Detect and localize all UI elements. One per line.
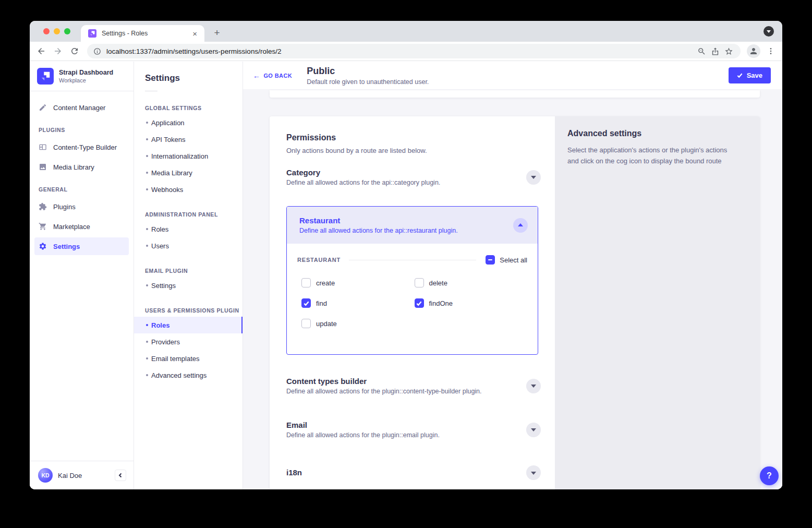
- url-text[interactable]: localhost:1337/admin/settings/users-perm…: [106, 47, 695, 55]
- accordion-i18n[interactable]: i18n: [286, 464, 538, 480]
- subnav-section-users-permissions-plugin: USERS & PERMISSIONS PLUGIN: [145, 307, 243, 314]
- back-button[interactable]: [35, 45, 47, 57]
- page-subtitle: Default role given to unauthenticated us…: [307, 78, 429, 86]
- update-checkbox[interactable]: [301, 319, 311, 328]
- save-button[interactable]: Save: [729, 67, 771, 83]
- chevron-left-icon: [118, 473, 123, 478]
- permission-find[interactable]: find: [301, 298, 415, 308]
- select-all-control[interactable]: Select all: [486, 255, 527, 265]
- page-info-icon[interactable]: [93, 47, 101, 55]
- accordion-email[interactable]: Email Define all allowed actions for the…: [286, 421, 538, 439]
- sidebar-item-content-manager[interactable]: Content Manager: [34, 99, 129, 116]
- subnav-section-email-plugin: EMAIL PLUGIN: [145, 268, 243, 274]
- sidebar-section-general: GENERAL: [39, 186, 129, 193]
- permission-create[interactable]: create: [301, 278, 415, 287]
- settings-nav-item-advanced-settings[interactable]: Advanced settings: [134, 367, 243, 383]
- strapi-logo-icon: [37, 68, 54, 85]
- accordion-restaurant-expanded: Restaurant Define all allowed actions fo…: [286, 206, 538, 355]
- reload-button[interactable]: [68, 45, 81, 57]
- create-checkbox[interactable]: [301, 278, 311, 287]
- close-window-button[interactable]: [43, 28, 50, 34]
- advanced-settings-description: Select the application's actions or the …: [567, 145, 740, 167]
- sidebar-item-media-library[interactable]: Media Library: [34, 158, 129, 176]
- settings-nav-item-admin-users[interactable]: Users: [134, 237, 243, 254]
- check-icon: [737, 73, 743, 78]
- tab-search-button[interactable]: [763, 26, 774, 37]
- collapse-sidebar-button[interactable]: [115, 470, 126, 481]
- accordion-category[interactable]: Category Define all allowed actions for …: [286, 168, 538, 186]
- subnav-section-administration-panel: ADMINISTRATION PANEL: [145, 211, 243, 218]
- browser-menu-icon[interactable]: [765, 45, 777, 57]
- forward-button[interactable]: [52, 45, 64, 57]
- settings-nav-item-up-roles[interactable]: Roles: [134, 317, 243, 333]
- divider: [145, 91, 157, 91]
- browser-window: Settings - Roles × + localhost:1337/admi…: [30, 21, 782, 489]
- chevron-down-icon: [531, 472, 536, 477]
- settings-nav-item-webhooks[interactable]: Webhooks: [134, 181, 243, 198]
- avatar[interactable]: KD: [38, 468, 53, 483]
- expand-category-button[interactable]: [526, 170, 541, 185]
- settings-nav-item-email-settings[interactable]: Settings: [134, 277, 243, 294]
- settings-nav-item-email-templates[interactable]: Email templates: [134, 350, 243, 367]
- sidebar-item-plugins[interactable]: Plugins: [34, 198, 129, 215]
- window-controls[interactable]: [43, 28, 70, 34]
- findone-checkbox[interactable]: [415, 298, 424, 308]
- page-title: Public: [307, 66, 429, 77]
- permissions-panel: Permissions Only actions bound by a rout…: [270, 116, 555, 489]
- delete-checkbox[interactable]: [415, 278, 424, 287]
- browser-toolbar: localhost:1337/admin/settings/users-perm…: [30, 42, 782, 61]
- expand-email-button[interactable]: [526, 423, 541, 437]
- expand-i18n-button[interactable]: [526, 465, 541, 480]
- user-menu: KD Kai Doe: [30, 461, 134, 489]
- settings-nav-item-internationalization[interactable]: Internationalization: [134, 148, 243, 164]
- find-checkbox[interactable]: [301, 298, 311, 308]
- settings-nav-item-media-library[interactable]: Media Library: [134, 164, 243, 181]
- sidebar-item-settings[interactable]: Settings: [34, 237, 129, 255]
- help-button[interactable]: ?: [760, 466, 779, 485]
- workspace-switcher[interactable]: Strapi Dashboard Workplace: [30, 62, 134, 91]
- settings-nav-item-application[interactable]: Application: [134, 114, 243, 131]
- strapi-app: Strapi Dashboard Workplace Content Manag…: [30, 62, 782, 489]
- sidebar-item-content-type-builder[interactable]: Content-Type Builder: [34, 138, 129, 156]
- tab-close-icon[interactable]: ×: [190, 29, 199, 38]
- minimize-window-button[interactable]: [54, 28, 60, 34]
- subnav-section-global-settings: GLOBAL SETTINGS: [145, 105, 243, 111]
- go-back-link[interactable]: ← GO BACK: [253, 71, 292, 80]
- accordion-restaurant-header[interactable]: Restaurant Define all allowed actions fo…: [287, 207, 538, 244]
- browser-tab[interactable]: Settings - Roles ×: [81, 25, 204, 42]
- main-sidebar: Strapi Dashboard Workplace Content Manag…: [30, 62, 134, 489]
- picture-icon: [39, 163, 47, 171]
- page-header: ← GO BACK Public Default role given to u…: [243, 62, 782, 89]
- permissions-title: Permissions: [286, 133, 538, 142]
- settings-subnav: Settings GLOBAL SETTINGS Application API…: [134, 62, 243, 489]
- user-name: Kai Doe: [58, 472, 115, 479]
- permission-update[interactable]: update: [301, 319, 415, 328]
- chevron-down-icon: [531, 385, 536, 390]
- advanced-settings-panel: Advanced settings Select the application…: [555, 116, 760, 489]
- page-content: ← GO BACK Public Default role given to u…: [243, 62, 782, 489]
- back-arrow-icon: ←: [253, 71, 260, 80]
- zoom-window-button[interactable]: [64, 28, 70, 34]
- sidebar-section-plugins: PLUGINS: [39, 127, 129, 133]
- share-icon[interactable]: [708, 44, 722, 58]
- sidebar-item-marketplace[interactable]: Marketplace: [34, 218, 129, 235]
- settings-nav-item-api-tokens[interactable]: API Tokens: [134, 131, 243, 148]
- settings-nav-item-providers[interactable]: Providers: [134, 333, 243, 350]
- zoom-out-icon[interactable]: [695, 44, 708, 58]
- address-bar[interactable]: localhost:1337/admin/settings/users-perm…: [87, 44, 741, 58]
- role-panels: Permissions Only actions bound by a rout…: [270, 116, 760, 489]
- bookmark-star-icon[interactable]: [722, 44, 735, 58]
- select-all-checkbox[interactable]: [486, 255, 495, 265]
- browser-profile-icon[interactable]: [747, 44, 760, 58]
- expand-ctb-button[interactable]: [526, 379, 541, 393]
- accordion-content-types-builder[interactable]: Content types builder Define all allowed…: [286, 377, 538, 395]
- permission-findone[interactable]: findOne: [415, 298, 528, 308]
- permission-delete[interactable]: delete: [415, 278, 528, 287]
- new-tab-button[interactable]: +: [210, 26, 224, 40]
- strapi-favicon-icon: [88, 29, 96, 38]
- divider: [349, 260, 476, 260]
- settings-nav-item-admin-roles[interactable]: Roles: [134, 221, 243, 237]
- collapse-restaurant-button[interactable]: [513, 218, 528, 233]
- permission-checkbox-grid: create delete find: [297, 278, 527, 328]
- workspace-subtitle: Workplace: [59, 77, 113, 83]
